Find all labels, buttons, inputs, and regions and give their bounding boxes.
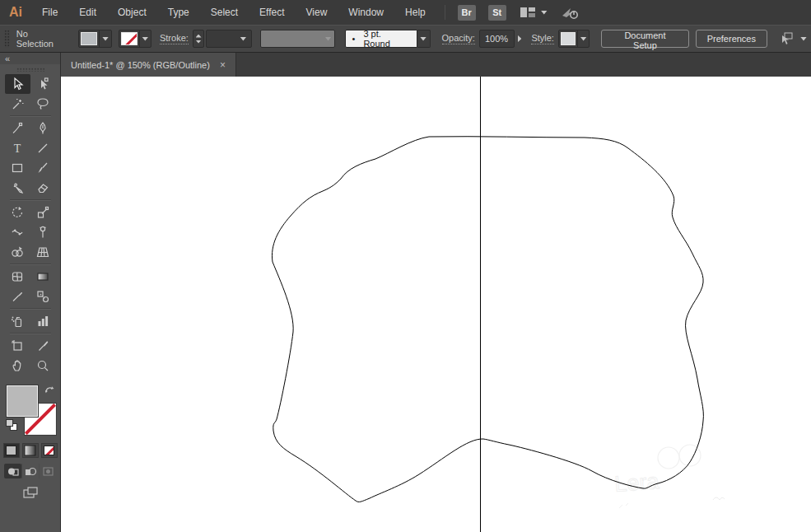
select-similar-icon <box>777 32 795 45</box>
menu-type[interactable]: Type <box>157 0 200 25</box>
menu-object[interactable]: Object <box>107 0 157 25</box>
eraser-tool[interactable] <box>30 178 56 198</box>
draw-behind-button[interactable] <box>21 464 39 478</box>
brush-bullet: • <box>352 34 356 44</box>
chevron-down-icon <box>580 37 587 41</box>
perspective-grid-tool[interactable] <box>30 242 56 262</box>
menu-effect[interactable]: Effect <box>249 0 295 25</box>
magic-wand-tool[interactable] <box>5 94 30 114</box>
tool-group-divider <box>5 114 56 119</box>
rotate-tool[interactable] <box>5 203 30 222</box>
none-slash-icon <box>44 446 54 455</box>
watermark: Lera <box>613 445 725 508</box>
control-bar-grip[interactable] <box>4 30 10 48</box>
chevron-down-icon <box>541 11 548 15</box>
document-canvas[interactable]: Lera <box>61 77 811 532</box>
slice-tool[interactable] <box>30 336 56 356</box>
chevron-down-icon <box>240 37 246 41</box>
menu-select[interactable]: Select <box>200 0 249 25</box>
menu-bar: Ai File Edit Object Type Select Effect V… <box>0 0 811 25</box>
selection-tool[interactable] <box>5 74 30 94</box>
gpu-performance-button[interactable] <box>561 6 580 20</box>
tab-strip: Untitled-1* @ 150% (RGB/Outline) × <box>61 53 811 77</box>
swap-fill-stroke-icon[interactable] <box>44 385 55 395</box>
artwork-layer: Lera <box>61 77 811 532</box>
lasso-tool[interactable] <box>30 94 56 114</box>
fill-color-dropdown[interactable] <box>78 30 111 48</box>
gradient-button[interactable] <box>22 443 39 458</box>
draw-inside-button[interactable] <box>39 464 56 478</box>
stroke-width-stepper[interactable] <box>193 30 204 48</box>
chevron-right-icon[interactable] <box>518 35 522 43</box>
fill-swatch[interactable] <box>7 385 38 417</box>
direct-selection-tool[interactable] <box>30 74 56 94</box>
preferences-button[interactable]: Preferences <box>696 30 767 48</box>
workspace-switcher-icon <box>520 7 536 18</box>
tools-panel-grip[interactable] <box>16 68 44 72</box>
pen-tool[interactable] <box>30 119 56 138</box>
variable-width-profile-dropdown[interactable] <box>260 30 334 48</box>
selection-status: No Selection <box>16 29 66 49</box>
gradient-tool[interactable] <box>30 267 56 287</box>
bridge-button[interactable]: Br <box>458 5 476 21</box>
tool-group-divider <box>5 331 56 336</box>
stroke-none-swatch <box>121 32 137 45</box>
svg-text:T: T <box>14 142 21 155</box>
stroke-color-dropdown[interactable] <box>119 30 151 48</box>
opacity-field[interactable]: 100% <box>479 30 515 48</box>
none-button[interactable] <box>41 443 58 458</box>
style-label[interactable]: Style: <box>531 33 554 44</box>
brush-definition-dropdown[interactable]: • 3 pt. Round <box>345 30 431 48</box>
menu-edit[interactable]: Edit <box>68 0 107 25</box>
tools-panel-header: « <box>0 53 60 64</box>
drawing-mode-buttons <box>0 464 60 478</box>
opacity-label[interactable]: Opacity: <box>442 33 475 44</box>
line-segment-tool[interactable] <box>30 138 56 158</box>
curvature-tool[interactable] <box>5 119 30 138</box>
paintbrush-tool[interactable] <box>30 158 56 178</box>
document-tab[interactable]: Untitled-1* @ 150% (RGB/Outline) × <box>61 53 236 77</box>
stroke-label[interactable]: Stroke: <box>160 33 189 44</box>
document-setup-button[interactable]: Document Setup <box>601 30 688 48</box>
fill-stroke-controls <box>0 382 60 441</box>
stepper-up-icon <box>196 35 202 38</box>
illustrator-window: Ai File Edit Object Type Select Effect V… <box>0 0 811 532</box>
collapse-panel-icon[interactable]: « <box>5 54 9 63</box>
menu-window[interactable]: Window <box>338 0 394 25</box>
select-similar-dropdown[interactable] <box>777 32 807 45</box>
chevron-down-icon <box>800 37 807 41</box>
shape-builder-tool[interactable] <box>5 242 30 262</box>
screen-mode-icon[interactable] <box>21 486 40 501</box>
style-dropdown[interactable] <box>558 30 590 48</box>
type-tool[interactable]: T <box>5 138 30 158</box>
scale-tool[interactable] <box>30 203 56 222</box>
menu-help[interactable]: Help <box>394 0 436 25</box>
default-fill-stroke-icon[interactable] <box>6 419 17 431</box>
artboard-tool[interactable] <box>5 336 30 356</box>
rectangle-tool[interactable] <box>5 158 30 178</box>
eyedropper-tool[interactable] <box>5 287 30 306</box>
symbol-sprayer-tool[interactable] <box>5 311 30 331</box>
stock-button[interactable]: St <box>488 5 506 21</box>
blend-tool[interactable] <box>30 287 56 306</box>
zoom-tool[interactable] <box>30 356 56 376</box>
stroke-width-dropdown[interactable] <box>206 30 252 48</box>
blob-outline-path <box>272 137 703 502</box>
tab-close-icon[interactable]: × <box>220 60 226 70</box>
menu-view[interactable]: View <box>296 0 338 25</box>
draw-normal-button[interactable] <box>4 464 21 478</box>
color-button[interactable] <box>3 443 20 458</box>
pencil-tool[interactable] <box>5 178 30 198</box>
brush-definition-value: 3 pt. Round <box>363 29 409 49</box>
menu-file[interactable]: File <box>31 0 68 25</box>
width-tool[interactable] <box>5 222 30 242</box>
chevron-down-icon <box>325 37 332 41</box>
free-transform-tool[interactable] <box>30 222 56 242</box>
none-slash-icon <box>121 32 137 45</box>
hand-tool[interactable] <box>5 356 30 376</box>
chevron-down-icon <box>142 37 148 41</box>
mesh-tool[interactable] <box>5 267 30 287</box>
workspace-switcher[interactable] <box>520 7 548 18</box>
control-bar: No Selection Stroke: • 3 pt. Round <box>0 25 811 53</box>
column-graph-tool[interactable] <box>30 311 56 331</box>
